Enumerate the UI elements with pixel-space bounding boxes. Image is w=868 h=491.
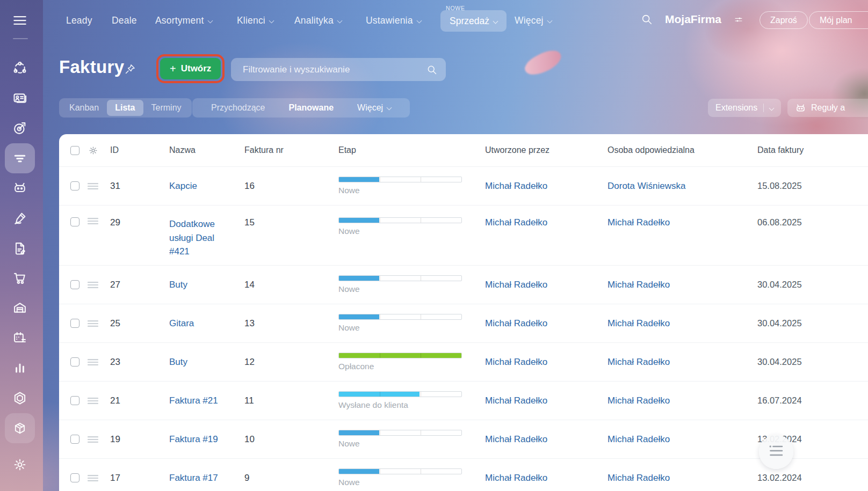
row-checkbox[interactable]	[70, 319, 79, 328]
stage-cell[interactable]: Nowe	[338, 420, 462, 458]
stage-progress-bar[interactable]	[338, 217, 462, 223]
column-header-data[interactable]: Data faktury	[757, 134, 804, 166]
sidebar-item-documents[interactable]	[5, 233, 35, 263]
sidebar-item-targets[interactable]	[5, 113, 35, 143]
drag-handle-icon[interactable]	[88, 420, 98, 458]
row-checkbox[interactable]	[70, 435, 79, 444]
column-header-nazwa[interactable]: Nazwa	[169, 134, 235, 166]
stage-cell[interactable]: Nowe	[338, 167, 462, 205]
sidebar-item-shop[interactable]	[5, 263, 35, 293]
created-by-link[interactable]: Michał Radełko	[485, 280, 547, 290]
sidebar-item-automation[interactable]	[5, 173, 35, 203]
stage-progress-bar[interactable]	[338, 353, 462, 358]
invite-button[interactable]: Zaproś	[760, 11, 808, 29]
row-checkbox[interactable]	[70, 181, 79, 190]
column-header-id[interactable]: ID	[110, 134, 119, 166]
extensions-button[interactable]: Extensions	[708, 99, 781, 117]
drag-handle-icon[interactable]	[88, 382, 98, 420]
filter-search-input[interactable]	[243, 64, 426, 75]
created-by-link[interactable]: Michał Radełko	[485, 357, 547, 368]
drag-handle-icon[interactable]	[88, 304, 98, 342]
filter-search-box[interactable]	[231, 58, 446, 81]
stage-progress-bar[interactable]	[338, 177, 462, 182]
responsible-link[interactable]: Michał Radełko	[607, 280, 670, 290]
responsible-link[interactable]: Dorota Wiśniewska	[607, 181, 686, 192]
my-plan-button[interactable]: Mój plan	[809, 11, 868, 29]
invoice-name-link[interactable]: Gitara	[169, 317, 194, 331]
invoice-name-link[interactable]: Kapcie	[169, 179, 197, 193]
sidebar-item-settings[interactable]	[5, 450, 35, 480]
sidebar-item-analytics[interactable]	[5, 353, 35, 383]
sidebar-item-calendar[interactable]	[5, 323, 35, 353]
responsible-link[interactable]: Michał Radełko	[607, 395, 670, 406]
stage-progress-bar[interactable]	[338, 314, 462, 320]
stage-cell[interactable]: Opłacone	[338, 343, 462, 381]
column-header-utworzone[interactable]: Utworzone przez	[485, 134, 549, 166]
column-header-faktura-nr[interactable]: Faktura nr	[244, 134, 284, 166]
pin-icon[interactable]	[124, 63, 136, 75]
tab-wiecej[interactable]: Więcej	[349, 100, 399, 116]
tab-kanban[interactable]: Kanban	[61, 100, 107, 116]
nav-item-ustawienia[interactable]: Ustawienia	[366, 15, 421, 26]
created-by-link[interactable]: Michał Radełko	[485, 434, 547, 445]
column-header-etap[interactable]: Etap	[338, 134, 356, 166]
sidebar-item-contacts[interactable]	[5, 83, 35, 113]
stage-progress-bar[interactable]	[338, 391, 462, 397]
row-checkbox[interactable]	[70, 357, 79, 367]
stage-progress-bar[interactable]	[338, 275, 462, 281]
row-checkbox[interactable]	[70, 396, 79, 405]
invoice-name-link[interactable]: Faktura #19	[169, 433, 218, 446]
drag-handle-icon[interactable]	[88, 206, 98, 265]
drag-handle-icon[interactable]	[88, 167, 98, 205]
row-checkbox[interactable]	[70, 217, 79, 226]
sliders-icon[interactable]	[734, 16, 743, 24]
stage-cell[interactable]: Nowe	[338, 266, 462, 304]
created-by-link[interactable]: Michał Radełko	[485, 473, 547, 483]
table-row[interactable]: 25 Gitara 13 Nowe Michał Radełko Michał …	[59, 304, 868, 342]
responsible-link[interactable]: Michał Radełko	[607, 473, 670, 483]
created-by-link[interactable]: Michał Radełko	[485, 318, 547, 329]
nav-item-leady[interactable]: Leady	[66, 15, 92, 26]
table-row[interactable]: 29 Dodatkowe usługi Deal #421 15 Nowe Mi…	[59, 205, 868, 265]
drag-handle-icon[interactable]	[88, 459, 98, 491]
table-row[interactable]: 27 Buty 14 Nowe Michał Radełko Michał Ra…	[59, 265, 868, 304]
stage-cell[interactable]: Nowe	[338, 304, 462, 342]
stage-progress-bar[interactable]	[338, 468, 462, 474]
invoice-name-link[interactable]: Buty	[169, 355, 187, 369]
responsible-link[interactable]: Michał Radełko	[607, 318, 670, 329]
search-icon[interactable]	[641, 13, 653, 25]
drag-handle-icon[interactable]	[88, 266, 98, 304]
nav-item-klienci[interactable]: Klienci	[237, 15, 273, 26]
nav-item-analityka[interactable]: Analityka	[294, 15, 342, 26]
row-checkbox[interactable]	[70, 473, 79, 482]
nav-item-wiecej[interactable]: Więcej	[515, 15, 552, 26]
sidebar-item-invoices[interactable]	[5, 143, 35, 173]
column-header-osoba[interactable]: Osoba odpowiedzialna	[607, 134, 695, 166]
sidebar-item-crm[interactable]	[5, 53, 35, 83]
invoice-name-link[interactable]: Faktura #21	[169, 394, 218, 408]
stage-progress-bar[interactable]	[338, 430, 462, 436]
tab-przychodzace[interactable]: Przychodzące	[203, 100, 273, 116]
sidebar-item-esignature[interactable]	[5, 203, 35, 233]
nav-item-deale[interactable]: Deale	[112, 15, 137, 26]
drag-handle-icon[interactable]	[88, 343, 98, 381]
invoice-name-link[interactable]: Faktura #17	[169, 471, 218, 485]
list-settings-fab[interactable]	[759, 435, 793, 469]
sidebar-item-services[interactable]	[5, 383, 35, 413]
table-row[interactable]: 23 Buty 12 Opłacone Michał Radełko Micha…	[59, 342, 868, 381]
table-row[interactable]: 21 Faktura #21 11 Wysłane do klienta Mic…	[59, 381, 868, 420]
responsible-link[interactable]: Michał Radełko	[607, 217, 670, 228]
tab-terminy[interactable]: Terminy	[143, 100, 190, 116]
automation-rules-button[interactable]: Reguły a	[787, 99, 868, 117]
tab-planowane[interactable]: Planowane	[281, 100, 342, 116]
create-button[interactable]: +Utwórz	[160, 58, 221, 79]
created-by-link[interactable]: Michał Radełko	[485, 395, 547, 406]
responsible-link[interactable]: Michał Radełko	[607, 434, 670, 445]
invoice-name-link[interactable]: Buty	[169, 278, 187, 292]
created-by-link[interactable]: Michał Radełko	[485, 181, 547, 192]
tab-lista[interactable]: Lista	[107, 100, 143, 116]
stage-cell[interactable]: Nowe	[338, 459, 462, 491]
column-settings-gear-icon[interactable]	[88, 134, 98, 166]
stage-cell[interactable]: Nowe	[338, 206, 462, 265]
sidebar-item-packages[interactable]	[5, 413, 35, 443]
